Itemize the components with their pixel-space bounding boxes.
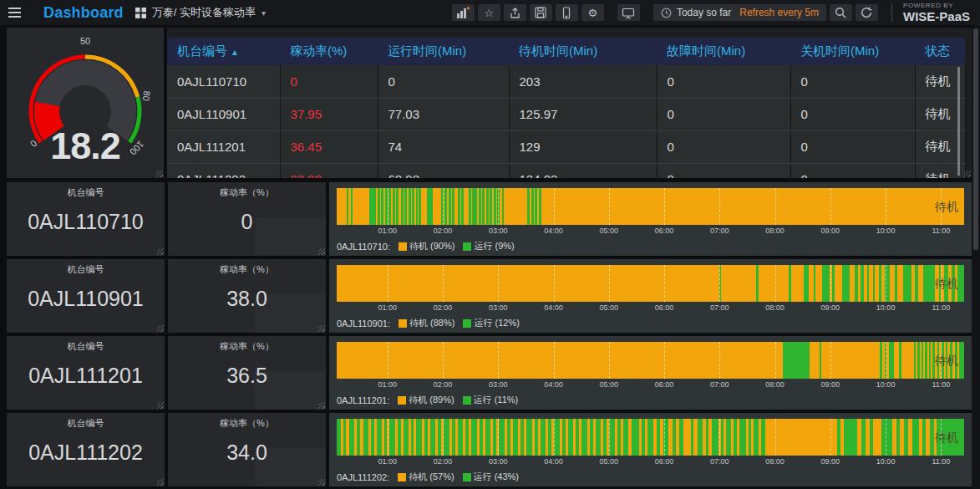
legend-machine-name: 0AJL111201: <box>337 395 389 405</box>
gear-icon: ⚙ <box>588 8 598 18</box>
page-scrollbar-thumb[interactable] <box>973 28 978 250</box>
run-segment <box>494 188 496 225</box>
col-header-machine-id[interactable]: 机台编号▲ <box>167 38 280 65</box>
table-cell: 37.95 <box>280 98 378 130</box>
sparkline-area <box>255 217 326 256</box>
run-segment <box>623 419 628 456</box>
star-button[interactable]: ☆ <box>478 4 500 21</box>
timeline-bar[interactable] <box>337 265 964 302</box>
panel-title: 机台编号 <box>7 186 165 199</box>
table-row[interactable]: 0AJL11090137.9577.03125.9700待机 <box>167 98 965 130</box>
chevron-down-icon: ▾ <box>262 8 266 18</box>
add-panel-button[interactable] <box>452 4 475 21</box>
col-header-fault-time[interactable]: 故障时间(Min) <box>657 38 790 65</box>
mobile-button[interactable] <box>556 4 578 21</box>
status-timeline-panel: 待机 01:0002:0003:0004:0005:0006:0007:0008… <box>329 413 972 486</box>
run-segment <box>789 265 790 302</box>
status-timeline-panel: 待机 01:0002:0003:0004:0005:0006:0007:0008… <box>329 259 972 333</box>
run-segment <box>881 419 893 456</box>
run-segment <box>493 419 496 456</box>
gridline <box>388 419 388 456</box>
standby-legend-label[interactable]: 待机 (57%) <box>409 471 454 483</box>
search-icon <box>835 7 846 18</box>
panel-resize-handle[interactable] <box>157 248 164 255</box>
breadcrumb[interactable]: 万泰/ 实时设备稼动率 ▾ <box>135 5 266 20</box>
timeline-bar[interactable] <box>337 419 964 456</box>
gridline <box>830 419 831 456</box>
col-header-shutdown-time[interactable]: 关机时间(Min) <box>790 38 915 65</box>
run-segment <box>343 419 347 456</box>
run-segment <box>475 188 477 225</box>
standby-legend-label[interactable]: 待机 (88%) <box>409 317 454 329</box>
panel-resize-handle[interactable] <box>964 171 971 177</box>
status-timeline-panel: 待机 01:0002:0003:0004:0005:0006:0007:0008… <box>329 182 972 256</box>
panel-title: 机台编号 <box>7 263 165 276</box>
table-header-row: 机台编号▲ 稼动率(%) 运行时间(Min) 待机时间(Min) 故障时间(Mi… <box>167 38 965 65</box>
table-cell: 68.98 <box>378 163 509 178</box>
run-segment <box>526 419 533 456</box>
timeline-bar[interactable] <box>337 342 964 379</box>
table-row[interactable]: 0AJL11120233.9868.98134.0200待机 <box>167 163 965 178</box>
settings-button[interactable]: ⚙ <box>581 4 604 21</box>
share-button[interactable] <box>504 4 526 21</box>
panel-resize-handle[interactable] <box>156 171 163 177</box>
time-range-picker[interactable]: Today so far Refresh every 5m <box>653 4 826 21</box>
machine-id-panel: 机台编号 0AJL110901 <box>7 259 165 333</box>
panel-resize-handle[interactable] <box>157 325 164 332</box>
axis-label: 07:00 <box>710 303 729 312</box>
col-header-standby-time[interactable]: 待机时间(Min) <box>509 38 657 65</box>
axis-label: 06:00 <box>655 227 674 235</box>
table-row[interactable]: 0AJL11120136.457412900待机 <box>167 130 965 163</box>
save-button[interactable] <box>530 4 552 21</box>
panel-resize-handle[interactable] <box>157 402 164 409</box>
run-segment <box>371 419 374 456</box>
run-segment <box>581 419 588 456</box>
gridline <box>664 419 665 456</box>
run-segment <box>562 419 566 456</box>
col-header-utilization[interactable]: 稼动率(%) <box>280 38 378 65</box>
run-segment <box>424 419 428 456</box>
run-segment <box>398 419 401 456</box>
run-legend-label[interactable]: 运行 (11%) <box>474 394 519 406</box>
run-segment <box>873 265 875 302</box>
panel-resize-handle[interactable] <box>318 402 325 409</box>
axis-label: 03:00 <box>489 303 508 312</box>
machine-id-panel: 机台编号 0AJL110710 <box>7 182 165 256</box>
table-scrollbar[interactable] <box>957 67 960 176</box>
run-segment <box>486 188 489 225</box>
panel-resize-handle[interactable] <box>318 479 325 486</box>
app-logo[interactable]: Dashboard <box>43 4 124 22</box>
standby-legend-swatch <box>399 319 407 328</box>
gridline <box>830 342 831 379</box>
menu-icon[interactable] <box>0 0 28 25</box>
axis-label: 05:00 <box>600 380 619 389</box>
gridline <box>388 265 388 302</box>
panel-resize-handle[interactable] <box>157 479 164 486</box>
run-legend-label[interactable]: 运行 (12%) <box>474 317 519 329</box>
refresh-button[interactable] <box>856 4 878 21</box>
timeline-bar[interactable] <box>337 188 964 225</box>
col-header-run-time[interactable]: 运行时间(Min) <box>378 38 509 65</box>
run-segment <box>657 419 660 456</box>
run-legend-label[interactable]: 运行 (9%) <box>474 240 514 252</box>
gridline <box>443 342 444 379</box>
cycle-view-button[interactable] <box>617 4 640 21</box>
run-segment <box>896 419 900 456</box>
run-segment <box>822 265 830 302</box>
panel-resize-handle[interactable] <box>318 325 325 332</box>
standby-legend-label[interactable]: 待机 (90%) <box>409 240 454 252</box>
run-segment <box>427 188 433 225</box>
run-segment <box>404 419 409 456</box>
axis-label: 06:00 <box>655 380 674 389</box>
time-axis: 01:0002:0003:0004:0005:0006:0007:0008:00… <box>337 227 964 236</box>
table-row[interactable]: 0AJL1107100020300待机 <box>167 65 965 98</box>
search-button[interactable] <box>830 4 852 21</box>
panel-resize-handle[interactable] <box>318 248 325 255</box>
col-header-status[interactable]: 状态 <box>915 38 965 65</box>
table-cell: 0AJL110710 <box>167 65 280 98</box>
run-segment <box>449 188 451 225</box>
standby-legend-label[interactable]: 待机 (89%) <box>409 394 454 406</box>
page-scrollbar[interactable] <box>972 25 980 489</box>
run-legend-label[interactable]: 运行 (43%) <box>474 471 519 483</box>
run-segment <box>642 419 646 456</box>
